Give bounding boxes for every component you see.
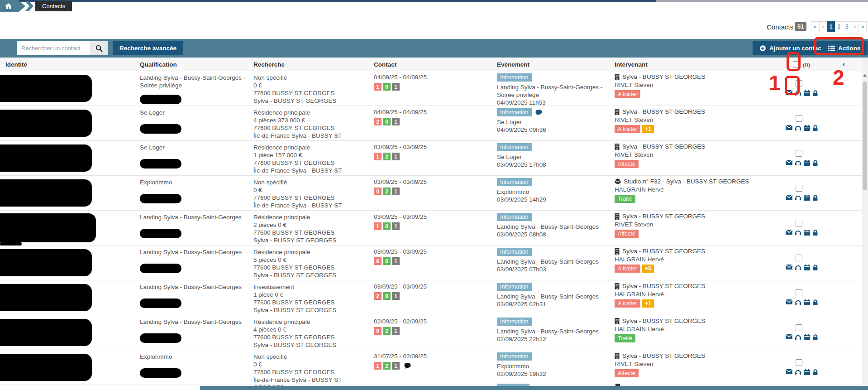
magnifier-icon bbox=[95, 45, 103, 52]
headset-icon[interactable] bbox=[795, 369, 801, 376]
table-row[interactable]: Landing Sylva - Bussy-Saint-Georges Inve… bbox=[0, 280, 868, 315]
contact-count-badges: 0 2 1 bbox=[374, 188, 427, 195]
lock-icon[interactable] bbox=[812, 90, 818, 96]
headset-icon[interactable] bbox=[795, 195, 801, 201]
pagination-next[interactable]: › bbox=[851, 21, 859, 32]
envelope-icon[interactable] bbox=[786, 195, 792, 201]
headset-icon[interactable] bbox=[795, 90, 801, 96]
intervenant-company: Sylva - BUSSY ST GEORGES bbox=[622, 318, 705, 324]
lock-icon[interactable] bbox=[812, 160, 818, 166]
lock-icon[interactable] bbox=[812, 265, 818, 271]
table-row[interactable]: Landing Sylva - Bussy-Saint-Georges Rési… bbox=[0, 315, 868, 350]
row-checkbox[interactable] bbox=[796, 359, 802, 366]
row-checkbox[interactable] bbox=[796, 115, 802, 122]
calendar-icon[interactable] bbox=[804, 125, 810, 131]
headset-icon[interactable] bbox=[795, 299, 801, 306]
pagination-page-3[interactable]: 3 bbox=[843, 21, 851, 32]
advanced-search-button[interactable]: Recherche avancée bbox=[113, 41, 183, 55]
search-line-budget: 4 pièces 0 € bbox=[253, 326, 369, 333]
scrollbar-thumb[interactable] bbox=[863, 82, 867, 190]
table-row[interactable]: Landing Sylva - Bussy-Saint-Georges - So… bbox=[0, 71, 868, 106]
event-datetime: 04/09/2025 11h53 bbox=[497, 99, 610, 106]
search-line-budget: 1 pièce 0 € bbox=[253, 291, 369, 299]
envelope-icon[interactable] bbox=[786, 90, 792, 96]
event-title: Landing Sylva - Bussy-Saint-Georges bbox=[497, 258, 609, 265]
lock-icon[interactable] bbox=[812, 369, 818, 376]
lock-icon[interactable] bbox=[812, 195, 818, 201]
intervenant-name: HALGRAIN Hervé bbox=[615, 186, 782, 193]
lock-icon[interactable] bbox=[812, 334, 818, 341]
count-green-badge: 2 bbox=[383, 188, 391, 195]
building-icon bbox=[615, 109, 620, 115]
row-checkbox[interactable] bbox=[796, 324, 802, 331]
table-row[interactable]: Explorimmo Non spécifié 0 € 77600 BUSSY … bbox=[0, 176, 868, 211]
calendar-icon[interactable] bbox=[804, 334, 810, 341]
headset-icon[interactable] bbox=[795, 160, 801, 166]
envelope-icon[interactable] bbox=[786, 230, 792, 236]
event-cell: Information Explorimmo 03/09/2025 14h29 bbox=[497, 178, 610, 203]
pagination-page-2[interactable]: 2 bbox=[835, 21, 843, 32]
event-datetime: 03/09/2025 07h03 bbox=[497, 266, 610, 273]
row-checkbox[interactable] bbox=[796, 220, 802, 226]
search-button[interactable] bbox=[90, 41, 108, 55]
plus-circle-icon bbox=[759, 45, 766, 52]
calendar-icon[interactable] bbox=[804, 90, 810, 96]
row-checkbox[interactable] bbox=[796, 150, 802, 157]
event-cell: Information Landing Sylva - Bussy-Saint-… bbox=[497, 283, 610, 308]
contact-count-badges: 1 0 1 bbox=[374, 83, 427, 91]
calendar-icon[interactable] bbox=[804, 299, 810, 306]
select-all-checkbox[interactable] bbox=[793, 61, 800, 68]
lock-icon[interactable] bbox=[812, 230, 818, 236]
pagination-first[interactable]: « bbox=[811, 21, 820, 32]
row-checkbox[interactable] bbox=[796, 255, 802, 261]
calendar-icon[interactable] bbox=[804, 160, 810, 166]
headset-icon[interactable] bbox=[795, 230, 801, 236]
table-row[interactable]: Se Loger Résidence principale 4 pièces 3… bbox=[0, 106, 868, 141]
headset-icon[interactable] bbox=[795, 265, 801, 271]
row-checkbox[interactable] bbox=[796, 80, 802, 87]
envelope-icon[interactable] bbox=[786, 369, 792, 376]
search-input[interactable] bbox=[17, 41, 90, 55]
count-red-badge: 0 bbox=[374, 188, 382, 195]
qualification-redacted-pill bbox=[140, 124, 181, 134]
header-evenement: Evènement bbox=[497, 61, 529, 68]
add-contact-button[interactable]: Ajouter un contact bbox=[753, 41, 830, 55]
table-row[interactable]: Explorimmo Non spécifié 0 € 77600 BUSSY … bbox=[0, 350, 868, 385]
table-row[interactable]: Landing Sylva - Bussy-Saint-Georges Rési… bbox=[0, 246, 868, 280]
qualification-text: Se Loger bbox=[140, 144, 248, 151]
table-row[interactable]: Se Loger Résidence principale 1 pièce 15… bbox=[0, 141, 868, 176]
header-recherche: Recherche bbox=[253, 61, 285, 68]
envelope-icon[interactable] bbox=[786, 265, 792, 271]
envelope-icon[interactable] bbox=[786, 334, 792, 341]
collapse-column-chevron-icon[interactable]: ‹ bbox=[843, 60, 845, 69]
envelope-icon[interactable] bbox=[786, 125, 792, 131]
envelope-icon[interactable] bbox=[786, 299, 792, 306]
headset-icon[interactable] bbox=[795, 334, 801, 341]
identity-redacted-block bbox=[0, 213, 96, 242]
actions-button[interactable]: Actions bbox=[821, 41, 868, 55]
building-icon bbox=[615, 353, 620, 359]
calendar-icon[interactable] bbox=[804, 195, 810, 201]
breadcrumb-current: Contacts bbox=[35, 1, 72, 11]
status-badge: A traiter bbox=[615, 90, 640, 98]
lock-icon[interactable] bbox=[812, 299, 818, 306]
pagination-page-1[interactable]: 1 bbox=[827, 21, 835, 32]
pagination-last[interactable]: » bbox=[859, 21, 867, 32]
row-checkbox[interactable] bbox=[796, 185, 802, 192]
contact-date-range: 04/09/25 - 04/09/25 bbox=[374, 109, 427, 116]
calendar-icon[interactable] bbox=[804, 230, 810, 236]
pagination-prev[interactable]: ‹ bbox=[820, 21, 827, 32]
row-checkbox[interactable] bbox=[796, 289, 802, 296]
headset-icon[interactable] bbox=[795, 125, 801, 131]
search-line-type: Résidence principale bbox=[253, 213, 369, 221]
lock-icon[interactable] bbox=[812, 125, 818, 131]
calendar-icon[interactable] bbox=[804, 369, 810, 376]
count-green-badge: 0 bbox=[383, 257, 391, 265]
calendar-icon[interactable] bbox=[804, 265, 810, 271]
scrollbar-up-arrow-icon[interactable] bbox=[863, 74, 867, 77]
event-type-badge: Information bbox=[497, 352, 532, 361]
table-row[interactable]: Landing Sylva - Bussy-Saint-Georges Rési… bbox=[0, 211, 868, 246]
count-gray-badge: 1 bbox=[392, 362, 400, 370]
envelope-icon[interactable] bbox=[786, 160, 792, 166]
search-line-type: Résidence principale bbox=[253, 248, 369, 256]
